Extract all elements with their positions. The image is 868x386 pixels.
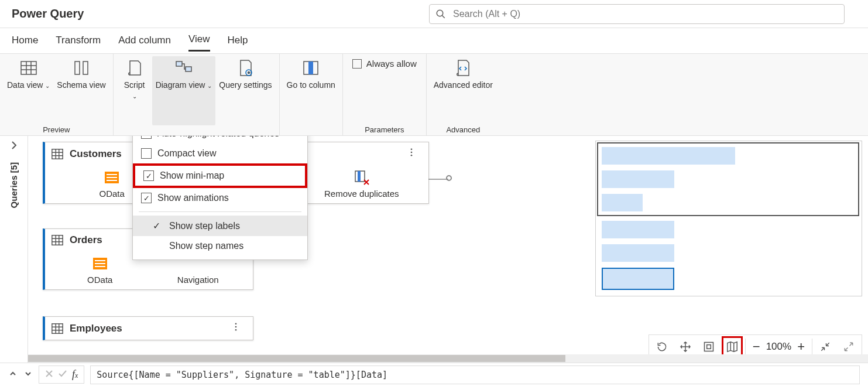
- diagram-view-button[interactable]: Diagram view ⌄: [152, 56, 216, 125]
- more-icon[interactable]: [406, 147, 423, 160]
- step-prev-button[interactable]: [8, 369, 18, 380]
- svg-rect-15: [52, 149, 63, 159]
- go-to-column-label: Go to column: [287, 80, 335, 90]
- x-icon: [45, 370, 53, 378]
- formula-bar: fx Source{[Name = "Suppliers", Signature…: [0, 363, 868, 386]
- svg-point-47: [235, 326, 237, 328]
- svg-rect-7: [75, 62, 80, 74]
- menu-show-minimap[interactable]: Show mini-map: [133, 163, 307, 188]
- step-label: Navigation: [177, 275, 219, 285]
- menu-label: Auto-highlight related queries: [157, 136, 279, 139]
- checkbox-checked-icon: [143, 170, 154, 181]
- zoom-out-button[interactable]: −: [753, 339, 760, 354]
- search-icon: [435, 9, 446, 19]
- more-icon[interactable]: [231, 322, 247, 335]
- svg-point-46: [235, 323, 237, 324]
- step-label: OData: [99, 189, 124, 199]
- go-to-column-button[interactable]: Go to column: [283, 56, 339, 125]
- settings-doc-icon: [236, 59, 255, 77]
- menu-show-animations[interactable]: Show animations: [133, 188, 307, 208]
- tab-home[interactable]: Home: [12, 35, 38, 51]
- menu-show-step-labels[interactable]: ✓ Show step labels: [133, 216, 307, 236]
- fx-label: fx: [72, 368, 78, 381]
- checkbox-icon: [141, 136, 152, 139]
- tab-transform[interactable]: Transform: [56, 35, 101, 51]
- script-label: Script⌄: [124, 80, 145, 101]
- query-node-employees[interactable]: Employees: [43, 316, 253, 340]
- diagram-view-dropdown: Auto-highlight related queries Compact v…: [132, 136, 308, 260]
- commit-formula-button[interactable]: [58, 370, 67, 380]
- svg-rect-8: [83, 62, 88, 74]
- table-icon: [51, 148, 64, 160]
- svg-rect-25: [107, 177, 117, 178]
- step-next-button[interactable]: [23, 369, 33, 380]
- svg-point-22: [411, 155, 413, 156]
- zoom-control: − 100% +: [748, 339, 809, 354]
- advanced-editor-button[interactable]: Advanced editor: [430, 56, 496, 125]
- expand-icon: [843, 341, 854, 352]
- always-allow-label: Always allow: [366, 59, 417, 69]
- svg-rect-40: [95, 266, 105, 267]
- minimap-block: [602, 147, 735, 165]
- menu-compact-view[interactable]: Compact view: [133, 144, 307, 163]
- svg-rect-29: [358, 171, 361, 182]
- query-settings-button[interactable]: Query settings: [215, 56, 275, 125]
- zoom-in-button[interactable]: +: [797, 339, 805, 354]
- menu-show-step-names[interactable]: Show step names: [133, 236, 307, 256]
- svg-rect-32: [52, 235, 63, 245]
- remove-duplicates-icon: [353, 169, 370, 186]
- menu-auto-highlight[interactable]: Auto-highlight related queries: [133, 136, 307, 144]
- formula-input[interactable]: Source{[Name = "Suppliers", Signature = …: [90, 365, 860, 384]
- queries-panel-collapsed: Queries [5]: [0, 136, 28, 363]
- always-allow-checkbox[interactable]: Always allow: [346, 56, 423, 71]
- node-title: Customers: [70, 148, 122, 160]
- columns-icon: [72, 59, 91, 77]
- horizontal-scrollbar[interactable]: [28, 354, 868, 363]
- search-input[interactable]: [452, 8, 838, 20]
- svg-rect-39: [95, 263, 105, 264]
- parameters-group-label: Parameters: [346, 125, 423, 135]
- advanced-group-label: Advanced: [430, 125, 496, 135]
- svg-point-21: [411, 152, 413, 153]
- tab-add-column[interactable]: Add column: [118, 35, 171, 51]
- reset-icon: [656, 341, 668, 353]
- tab-help[interactable]: Help: [228, 35, 248, 51]
- script-button[interactable]: Script⌄: [117, 56, 152, 125]
- search-field[interactable]: [429, 4, 845, 24]
- svg-rect-9: [176, 62, 182, 66]
- advanced-editor-icon: [454, 59, 472, 77]
- checkbox-icon: [352, 59, 362, 69]
- pan-icon: [680, 341, 691, 353]
- svg-rect-50: [706, 345, 711, 349]
- fit-icon: [703, 341, 715, 353]
- scrollbar-thumb[interactable]: [28, 355, 565, 362]
- node-title: Orders: [70, 234, 102, 246]
- zoom-level: 100%: [766, 341, 791, 353]
- diagram-canvas[interactable]: Customers OData ns: [28, 136, 868, 363]
- svg-rect-2: [21, 62, 36, 74]
- minimap[interactable]: [595, 141, 862, 296]
- cancel-formula-button[interactable]: [45, 370, 53, 380]
- table-icon: [51, 234, 64, 247]
- diagram-view-label: Diagram view ⌄: [156, 80, 212, 90]
- queries-rail-label[interactable]: Queries [5]: [9, 159, 19, 211]
- output-connector[interactable]: [446, 175, 452, 181]
- minimap-block: [602, 244, 674, 262]
- script-icon: [125, 59, 144, 77]
- data-view-button[interactable]: Data view ⌄: [4, 56, 53, 125]
- query-settings-label: Query settings: [219, 80, 272, 90]
- svg-rect-14: [308, 62, 313, 74]
- tab-view[interactable]: View: [188, 33, 210, 52]
- expand-queries-chevron-icon[interactable]: [9, 141, 19, 152]
- schema-view-button[interactable]: Schema view: [53, 56, 109, 125]
- menu-label: Show animations: [157, 193, 229, 203]
- odata-icon: [103, 169, 121, 186]
- toolbar-divider: [812, 339, 812, 355]
- app-title: Power Query: [12, 7, 84, 21]
- step-remove-duplicates[interactable]: Remove duplicates: [301, 169, 423, 199]
- menu-label: Compact view: [157, 148, 216, 159]
- svg-rect-41: [52, 323, 63, 333]
- svg-rect-26: [107, 180, 117, 181]
- node-title: Employees: [70, 323, 122, 334]
- menu-label: Show mini-map: [160, 170, 224, 181]
